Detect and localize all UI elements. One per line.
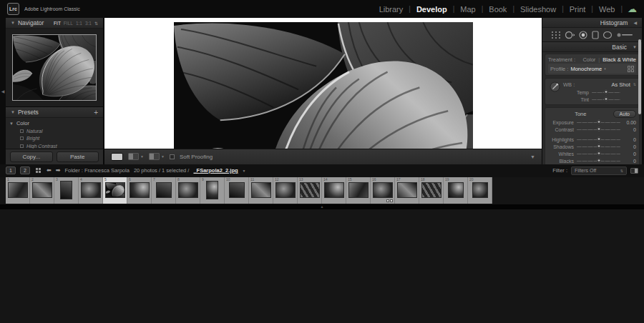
treatment-color-option[interactable]: Color: [582, 56, 595, 63]
treatment-bw-option[interactable]: Black & White: [602, 56, 636, 63]
module-develop[interactable]: Develop: [416, 5, 447, 14]
updown-arrows-icon[interactable]: ⇅: [633, 82, 636, 86]
exposure-slider[interactable]: [577, 119, 620, 125]
nav-zoom-1-1[interactable]: 1:1: [76, 21, 82, 26]
blacks-slider[interactable]: [577, 158, 620, 164]
preset-group-color[interactable]: ▼Color: [9, 119, 103, 127]
temp-slider-knob[interactable]: [603, 89, 608, 94]
second-window-button[interactable]: 2: [20, 167, 30, 174]
temp-slider[interactable]: [592, 89, 620, 95]
loupe-view-icon[interactable]: [111, 153, 123, 161]
blacks-slider-knob[interactable]: [596, 158, 601, 163]
filmstrip-thumb[interactable]: 9: [200, 177, 225, 204]
radial-filter-icon[interactable]: [602, 31, 613, 39]
filmstrip-thumb[interactable]: 20: [468, 177, 492, 204]
toolbar-options-icon[interactable]: ▼: [530, 154, 535, 159]
selected-filename[interactable]: _FSarpola2_2.jpg: [193, 167, 238, 174]
filmstrip-thumb[interactable]: 3: [54, 177, 79, 204]
filmstrip-thumb[interactable]: 17: [395, 177, 419, 204]
module-web[interactable]: Web: [599, 5, 615, 14]
filmstrip-thumb[interactable]: 7: [152, 177, 176, 204]
tint-slider[interactable]: [592, 96, 620, 102]
graduated-filter-icon[interactable]: [592, 31, 599, 39]
highlights-slider[interactable]: [577, 136, 620, 142]
filmstrip-thumb[interactable]: 12: [273, 177, 298, 204]
zoom-level-stepper-icon[interactable]: ⇅: [94, 21, 98, 26]
previous-photo-icon[interactable]: ⬅: [47, 167, 52, 174]
navigator-header[interactable]: ▼ Navigator FITFILL1:13:1 ⇅: [6, 18, 103, 29]
filmstrip-thumb[interactable]: 1: [6, 177, 30, 204]
filmstrip-thumb[interactable]: 8: [176, 177, 200, 204]
histogram-header[interactable]: Histogram ◀: [542, 18, 642, 28]
tint-slider-knob[interactable]: [603, 96, 608, 101]
chevron-down-icon[interactable]: ▼: [161, 154, 165, 159]
preset-toggle-icon[interactable]: [20, 136, 24, 140]
module-library[interactable]: Library: [379, 5, 404, 14]
adjustment-brush-icon[interactable]: [616, 31, 633, 39]
filmstrip-thumb[interactable]: 19: [444, 177, 468, 204]
filmstrip-thumb[interactable]: 4: [79, 177, 103, 204]
filmstrip-thumb[interactable]: 13: [298, 177, 322, 204]
auto-tone-button[interactable]: Auto: [613, 110, 636, 118]
crop-overlay-icon[interactable]: [551, 31, 561, 39]
presets-header[interactable]: ▼ Presets +: [6, 107, 103, 118]
nav-zoom-3-1[interactable]: 3:1: [85, 21, 92, 26]
filmstrip-thumb[interactable]: 2: [30, 177, 54, 204]
cloud-sync-icon[interactable]: ☁: [628, 4, 637, 14]
folder-breadcrumb[interactable]: Folder : Francesca Sarpola: [64, 167, 129, 174]
filmstrip-thumb[interactable]: 15: [346, 177, 371, 204]
main-window-button[interactable]: 1: [6, 167, 16, 174]
left-panel-collapse-arrow[interactable]: ◀: [0, 18, 6, 164]
chevron-down-icon[interactable]: ▼: [243, 169, 246, 173]
next-photo-icon[interactable]: ➡: [56, 167, 61, 174]
nav-zoom-fill[interactable]: FILL: [64, 21, 73, 26]
navigator-thumbnail[interactable]: [12, 34, 97, 101]
profile-value[interactable]: Monochrome: [570, 66, 602, 72]
add-preset-button[interactable]: +: [94, 109, 98, 116]
filmstrip-thumb[interactable]: 10: [225, 177, 249, 204]
highlights-slider-knob[interactable]: [596, 136, 601, 141]
nav-zoom-fit[interactable]: FIT: [54, 21, 61, 26]
grid-view-icon[interactable]: [36, 168, 41, 173]
preset-toggle-icon[interactable]: [20, 129, 24, 133]
red-eye-icon[interactable]: [579, 31, 587, 39]
navigator-preview[interactable]: [6, 29, 103, 107]
filmstrip-thumb[interactable]: 16: [371, 177, 395, 204]
filmstrip-thumb[interactable]: 11: [249, 177, 273, 204]
chevron-down-icon[interactable]: ▼: [140, 154, 144, 159]
preset-item[interactable]: High Contrast: [9, 142, 103, 149]
wb-eyedropper-icon[interactable]: [548, 80, 561, 103]
whites-slider[interactable]: [577, 151, 620, 156]
filmstrip-thumb[interactable]: 6: [127, 177, 152, 204]
right-panel-scrollbar[interactable]: [638, 39, 641, 114]
shadows-slider[interactable]: [577, 144, 620, 149]
filmstrip-thumb[interactable]: 5: [103, 177, 127, 204]
copy-button[interactable]: Copy...: [10, 151, 53, 162]
preset-item[interactable]: Bright: [9, 135, 103, 143]
module-book[interactable]: Book: [489, 5, 507, 14]
contrast-slider-knob[interactable]: [596, 126, 601, 131]
whites-slider-knob[interactable]: [596, 151, 601, 156]
preset-toggle-icon[interactable]: [20, 144, 24, 148]
contrast-slider[interactable]: [577, 126, 620, 132]
soft-proofing-checkbox[interactable]: [170, 154, 175, 159]
basic-header[interactable]: Basic ▼: [542, 42, 642, 52]
filter-dropdown[interactable]: Filters Off ⇅: [571, 167, 627, 175]
chevron-down-icon[interactable]: ▾: [604, 66, 606, 71]
exposure-slider-knob[interactable]: [596, 119, 601, 124]
shadows-slider-knob[interactable]: [596, 144, 601, 149]
filmstrip-thumb[interactable]: 18: [419, 177, 444, 204]
module-print[interactable]: Print: [570, 5, 586, 14]
before-after-leftright-icon[interactable]: [128, 153, 139, 160]
spot-removal-icon[interactable]: [565, 31, 575, 39]
filter-toggle[interactable]: [630, 168, 638, 174]
profile-browser-icon[interactable]: [628, 66, 634, 72]
paste-button[interactable]: Paste: [57, 151, 99, 162]
module-slideshow[interactable]: Slideshow: [520, 5, 556, 14]
preset-item[interactable]: Natural: [9, 127, 103, 135]
module-map[interactable]: Map: [460, 5, 475, 14]
wb-value[interactable]: As Shot: [612, 81, 630, 88]
before-after-topbottom-icon[interactable]: [149, 153, 160, 160]
filmstrip-thumb[interactable]: 14: [322, 177, 346, 204]
main-photo[interactable]: [174, 22, 473, 149]
